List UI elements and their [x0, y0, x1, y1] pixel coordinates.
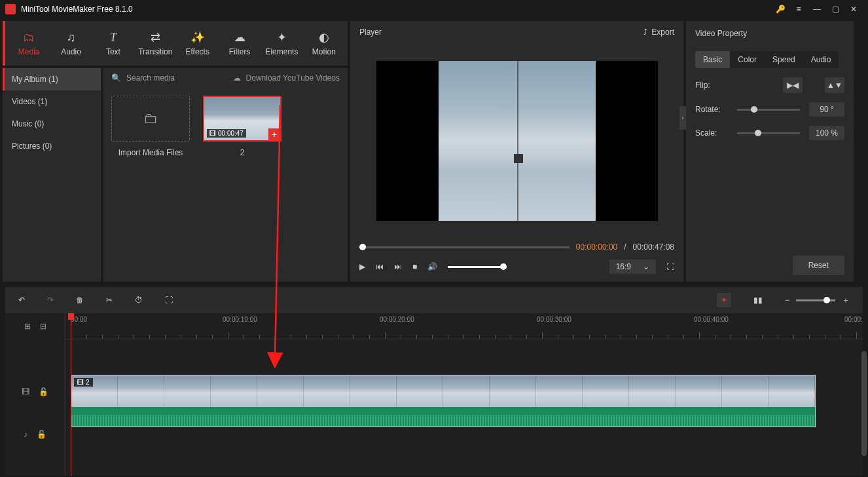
- props-tab-audio[interactable]: Audio: [803, 51, 839, 68]
- tab-motion[interactable]: ◐Motion: [303, 21, 345, 66]
- video-track[interactable]: 🎞2: [65, 375, 863, 427]
- film-icon: 🎞: [209, 130, 216, 137]
- crop-button[interactable]: ⛶: [165, 296, 173, 305]
- props-tab-basic[interactable]: Basic: [695, 51, 730, 68]
- add-track-button[interactable]: ⊞: [24, 322, 31, 331]
- tab-media[interactable]: 🗂Media: [8, 21, 50, 66]
- sidebar-item-pictures[interactable]: Pictures (0): [3, 135, 101, 157]
- track-headers: ⊞ ⊟ 🎞 🔓 ♪ 🔓: [5, 313, 65, 476]
- volume-icon[interactable]: 🔊: [427, 262, 437, 271]
- aspect-ratio-select[interactable]: 16:9 ⌄: [609, 259, 656, 274]
- download-youtube-link[interactable]: Download YouTube Videos: [246, 73, 340, 83]
- search-input[interactable]: Search media: [126, 73, 228, 83]
- tab-elements[interactable]: ✦Elements: [261, 21, 302, 66]
- magnet-button[interactable]: ▮▮: [753, 296, 763, 305]
- tab-filters[interactable]: ☁Filters: [219, 21, 261, 66]
- tab-text[interactable]: TText: [92, 21, 134, 66]
- import-media-button[interactable]: 🗀 Import Media Files: [111, 96, 190, 157]
- folder-icon: 🗀: [143, 110, 158, 127]
- redo-button[interactable]: ↷: [47, 296, 54, 305]
- reset-button[interactable]: Reset: [793, 256, 844, 275]
- export-button[interactable]: ⤴ Export: [643, 28, 674, 37]
- lock-track-button[interactable]: 🔓: [39, 387, 48, 396]
- close-button[interactable]: ✕: [844, 5, 863, 14]
- props-tab-color[interactable]: Color: [730, 51, 765, 68]
- flip-v-icon: ▲▼: [827, 81, 842, 90]
- zoom-slider[interactable]: [796, 299, 835, 301]
- add-clip-button[interactable]: +: [268, 128, 280, 140]
- film-icon: 🎞: [77, 379, 84, 386]
- media-sidebar: My Album (1) Videos (1) Music (0) Pictur…: [3, 68, 101, 282]
- export-icon: ⤴: [643, 28, 647, 37]
- titlebar: MiniTool MovieMaker Free 8.1.0 🔑 ≡ — ▢ ✕: [0, 0, 868, 18]
- rotate-slider[interactable]: [737, 109, 800, 111]
- zoom-out-button[interactable]: −: [785, 296, 789, 305]
- flip-horizontal-button[interactable]: ▶◀: [783, 77, 803, 93]
- speed-button[interactable]: ⏱: [135, 296, 143, 305]
- tab-audio[interactable]: ♫Audio: [50, 21, 92, 66]
- time-ruler[interactable]: 00:00 00:00:10:00 00:00:20:00 00:00:30:0…: [65, 313, 863, 339]
- clip-thumbnail[interactable]: 🎞00:00:47 +: [203, 96, 281, 142]
- flip-vertical-button[interactable]: ▲▼: [825, 77, 844, 93]
- fullscreen-button[interactable]: ⛶: [666, 262, 674, 271]
- app-title: MiniTool MovieMaker Free 8.1.0: [21, 5, 771, 14]
- delete-button[interactable]: 🗑: [76, 296, 84, 305]
- rotate-value[interactable]: 90 °: [809, 102, 844, 117]
- zoom-in-button[interactable]: ＋: [842, 295, 850, 306]
- main-tabs: 🗂Media ♫Audio TText ⇄Transition ✨Effects…: [3, 21, 348, 66]
- video-track-icon: 🎞: [22, 387, 29, 396]
- props-title: Video Property: [695, 28, 844, 42]
- play-button[interactable]: ▶: [359, 262, 365, 271]
- effects-icon: ✨: [190, 30, 205, 45]
- remove-track-button[interactable]: ⊟: [40, 322, 46, 331]
- media-clip[interactable]: 🎞00:00:47 + 2: [203, 96, 281, 157]
- app-logo: [5, 4, 16, 14]
- player-frame: [376, 61, 658, 221]
- props-tab-speed[interactable]: Speed: [765, 51, 803, 68]
- scale-value[interactable]: 100 %: [809, 126, 844, 140]
- time-total: 00:00:47:08: [633, 242, 674, 252]
- tracks-area[interactable]: 00:00 00:00:10:00 00:00:20:00 00:00:30:0…: [65, 313, 863, 476]
- seek-track[interactable]: [359, 246, 570, 248]
- collapse-panel-button[interactable]: ›: [679, 106, 686, 130]
- time-current: 00:00:00:00: [576, 242, 617, 252]
- sidebar-item-videos[interactable]: Videos (1): [3, 90, 101, 113]
- timeline-clip[interactable]: 🎞2: [71, 375, 816, 427]
- seek-bar[interactable]: 00:00:00:00 / 00:00:47:08: [350, 238, 683, 256]
- lock-audio-button[interactable]: 🔓: [37, 430, 46, 439]
- sidebar-item-music[interactable]: Music (0): [3, 113, 101, 135]
- media-icon: 🗂: [23, 30, 35, 45]
- snap-button[interactable]: ✦: [717, 293, 731, 307]
- sidebar-item-myalbum[interactable]: My Album (1): [3, 68, 101, 90]
- timeline-scrollbar[interactable]: [861, 351, 867, 456]
- volume-slider[interactable]: [448, 266, 507, 268]
- props-tabs: Basic Color Speed Audio: [695, 51, 839, 68]
- player-panel: Player ⤴ Export 00:00:00:00 / 00:00:47:0…: [350, 21, 683, 282]
- chevron-down-icon: ⌄: [643, 262, 649, 271]
- maximize-button[interactable]: ▢: [826, 5, 844, 14]
- next-frame-button[interactable]: ⏭: [394, 262, 402, 271]
- text-icon: T: [110, 30, 117, 45]
- audio-icon: ♫: [67, 30, 76, 45]
- undo-button[interactable]: ↶: [18, 296, 25, 305]
- player-viewport: [350, 43, 683, 238]
- split-button[interactable]: ✂: [106, 296, 113, 305]
- motion-icon: ◐: [319, 30, 329, 45]
- tab-effects[interactable]: ✨Effects: [177, 21, 219, 66]
- search-icon: 🔍: [111, 73, 121, 83]
- rotate-label: Rotate:: [695, 105, 728, 114]
- video-property-panel: › Video Property Basic Color Speed Audio…: [686, 21, 854, 282]
- clip-index: 2: [203, 148, 281, 157]
- minimize-button[interactable]: —: [808, 5, 826, 14]
- audio-track[interactable]: [65, 429, 863, 455]
- tab-transition[interactable]: ⇄Transition: [134, 21, 176, 66]
- license-key-icon[interactable]: 🔑: [771, 5, 789, 14]
- filters-icon: ☁: [234, 30, 245, 45]
- prev-frame-button[interactable]: ⏮: [376, 262, 384, 271]
- stop-button[interactable]: ■: [412, 262, 417, 271]
- audio-waveform: [71, 407, 815, 427]
- flip-h-icon: ▶◀: [787, 81, 799, 90]
- menu-icon[interactable]: ≡: [789, 5, 808, 14]
- playhead[interactable]: [71, 313, 71, 476]
- scale-slider[interactable]: [737, 132, 800, 134]
